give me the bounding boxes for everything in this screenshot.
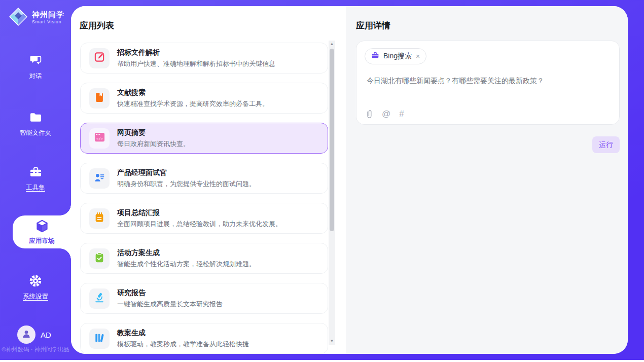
web-code-icon: </> <box>94 131 105 145</box>
app-card[interactable]: </> 网页摘要 每日政府新闻资讯快查。 <box>80 123 328 154</box>
app-detail-panel: 应用详情 Bing搜索 × 今日湖北有哪些新闻要点？有哪些需要关注的最新政策？ <box>346 6 628 354</box>
hash-icon[interactable]: # <box>399 109 404 119</box>
app-desc: 一键智能生成高质量长文本研究报告 <box>117 300 223 309</box>
app-list-panel: 应用列表 招标文件解析 帮助用户快速、准确地理解和解析招标书中的关键信息 文献搜… <box>71 6 346 354</box>
sidebar-item-label: 智能文件夹 <box>20 129 52 137</box>
brand-name: 神州问学 <box>32 11 64 19</box>
app-detail-title: 应用详情 <box>356 20 390 31</box>
books-icon <box>94 332 105 345</box>
at-icon[interactable]: @ <box>382 109 390 119</box>
edit-doc-icon <box>94 51 105 65</box>
sidebar-item-label: 系统设置 <box>23 293 48 301</box>
app-title: 项目总结汇报 <box>117 208 282 218</box>
app-desc: 快速精准查找学术资源，提高研究效率的必备工具。 <box>117 99 269 108</box>
notepad-icon <box>94 212 105 225</box>
microscope-icon <box>94 292 105 305</box>
app-title: 招标文件解析 <box>117 48 275 57</box>
gear-icon <box>28 274 43 290</box>
sidebar-item-gear[interactable]: 系统设置 <box>0 274 71 301</box>
tool-tag-bing-search[interactable]: Bing搜索 × <box>365 48 426 64</box>
app-card[interactable]: 活动方案生成 智能生成个性化活动方案，轻松解决规划难题。 <box>80 243 328 274</box>
toolbox-icon <box>29 165 43 181</box>
app-title: 研究报告 <box>117 288 223 298</box>
scroll-up-arrow-icon[interactable]: ▲ <box>329 41 335 48</box>
interview-icon <box>94 172 105 185</box>
user-initials: AD <box>41 331 51 339</box>
copyright-text: ©神州数码 · 神州问学出品 <box>0 346 71 353</box>
content-shell: 应用列表 招标文件解析 帮助用户快速、准确地理解和解析招标书中的关键信息 文献搜… <box>71 6 628 354</box>
diamond-logo-icon <box>8 7 28 29</box>
app-card[interactable]: 文献搜索 快速精准查找学术资源，提高研究效率的必备工具。 <box>80 83 328 114</box>
app-desc: 每日政府新闻资讯快查。 <box>117 139 190 149</box>
app-desc: 全面回顾项目进展，总结经验教训，助力未来优化发展。 <box>117 220 282 229</box>
sidebar-item-folder[interactable]: 智能文件夹 <box>0 111 71 137</box>
run-button[interactable]: 运行 <box>592 136 620 153</box>
app-card-list: 招标文件解析 帮助用户快速、准确地理解和解析招标书中的关键信息 文献搜索 快速精… <box>80 43 328 354</box>
app-title: 活动方案生成 <box>117 248 256 258</box>
input-toolbar: @ # <box>366 109 404 119</box>
close-icon[interactable]: × <box>416 53 420 60</box>
paperclip-icon[interactable] <box>366 110 373 119</box>
app-desc: 帮助用户快速、准确地理解和解析招标书中的关键信息 <box>117 59 275 68</box>
scroll-down-arrow-icon[interactable]: ▼ <box>329 338 335 345</box>
app-desc: 模板驱动，教案秒成，教学准备从此轻松快捷 <box>117 340 249 349</box>
scrollbar[interactable]: ▲ ▼ <box>329 41 335 345</box>
app-frame: 神州问学 Smart Vision 对话 智能文件夹 工具集 应用市场 系统设置 <box>0 0 644 360</box>
app-desc: 明确身份和职责，为您提供专业性的面试问题。 <box>117 179 256 189</box>
query-input[interactable]: 今日湖北有哪些新闻要点？有哪些需要关注的最新政策？ <box>367 77 609 86</box>
app-title: 产品经理面试官 <box>117 168 256 177</box>
sidebar-item-label: 工具集 <box>26 184 45 192</box>
briefcase-icon <box>371 51 379 61</box>
book-icon <box>94 92 105 105</box>
sidebar-item-toolbox[interactable]: 工具集 <box>0 165 71 192</box>
app-desc: 智能生成个性化活动方案，轻松解决规划难题。 <box>117 260 256 269</box>
user-account[interactable]: AD <box>17 325 51 344</box>
cube-icon <box>35 219 49 235</box>
chat-icon <box>29 54 43 69</box>
svg-text:</>: </> <box>96 137 102 141</box>
prompt-card: Bing搜索 × 今日湖北有哪些新闻要点？有哪些需要关注的最新政策？ @ # <box>356 41 620 125</box>
avatar <box>17 325 35 344</box>
app-card[interactable]: 研究报告 一键智能生成高质量长文本研究报告 <box>80 283 328 314</box>
tool-tag-label: Bing搜索 <box>383 52 412 61</box>
app-card[interactable]: 项目总结汇报 全面回顾项目进展，总结经验教训，助力未来优化发展。 <box>80 203 328 234</box>
sidebar-item-label: 对话 <box>29 72 42 81</box>
sidebar-item-cube[interactable]: 应用市场 <box>13 215 71 248</box>
sidebar-item-chat[interactable]: 对话 <box>0 54 71 81</box>
app-card[interactable]: 产品经理面试官 明确身份和职责，为您提供专业性的面试问题。 <box>80 163 328 194</box>
app-title: 教案生成 <box>117 329 249 338</box>
app-card[interactable]: 招标文件解析 帮助用户快速、准确地理解和解析招标书中的关键信息 <box>80 43 328 74</box>
app-title: 文献搜索 <box>117 88 269 97</box>
app-title: 网页摘要 <box>117 128 190 137</box>
sidebar: 神州问学 Smart Vision 对话 智能文件夹 工具集 应用市场 系统设置 <box>0 0 71 360</box>
brand-logo: 神州问学 Smart Vision <box>8 7 64 29</box>
clipboard-check-icon <box>94 252 105 265</box>
folder-icon <box>29 111 43 126</box>
app-list-title: 应用列表 <box>80 20 114 31</box>
app-card[interactable]: 教案生成 模板驱动，教案秒成，教学准备从此轻松快捷 <box>80 323 328 354</box>
brand-subtitle: Smart Vision <box>32 20 64 25</box>
person-icon <box>21 328 32 341</box>
sidebar-item-label: 应用市场 <box>29 237 55 245</box>
scrollbar-thumb[interactable] <box>330 49 334 231</box>
